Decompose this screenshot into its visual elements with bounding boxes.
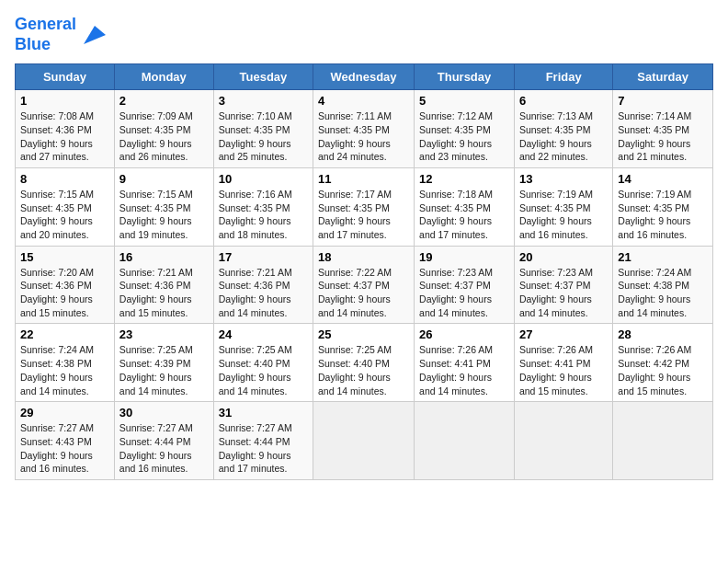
day-info: Sunrise: 7:14 AM Sunset: 4:35 PM Dayligh… bbox=[618, 109, 708, 164]
week-row-2: 15 Sunrise: 7:20 AM Sunset: 4:36 PM Dayl… bbox=[16, 246, 713, 324]
weekday-monday: Monday bbox=[114, 64, 213, 90]
day-info: Sunrise: 7:27 AM Sunset: 4:44 PM Dayligh… bbox=[219, 421, 308, 476]
day-info: Sunrise: 7:19 AM Sunset: 4:35 PM Dayligh… bbox=[618, 188, 708, 242]
day-number: 18 bbox=[318, 250, 409, 264]
day-number: 8 bbox=[20, 172, 109, 186]
logo: GeneralBlue bbox=[15, 15, 106, 54]
calendar-cell: 12 Sunrise: 7:18 AM Sunset: 4:35 PM Dayl… bbox=[415, 167, 515, 246]
calendar-cell: 26 Sunrise: 7:26 AM Sunset: 4:41 PM Dayl… bbox=[415, 324, 515, 402]
day-number: 11 bbox=[318, 172, 409, 186]
calendar-cell: 1 Sunrise: 7:08 AM Sunset: 4:36 PM Dayli… bbox=[16, 90, 115, 168]
day-info: Sunrise: 7:20 AM Sunset: 4:36 PM Dayligh… bbox=[20, 266, 109, 320]
day-number: 9 bbox=[119, 172, 209, 186]
day-number: 5 bbox=[419, 94, 509, 108]
calendar-cell: 20 Sunrise: 7:23 AM Sunset: 4:37 PM Dayl… bbox=[514, 246, 612, 324]
calendar-cell bbox=[415, 402, 515, 480]
day-info: Sunrise: 7:12 AM Sunset: 4:35 PM Dayligh… bbox=[419, 109, 509, 164]
calendar-cell: 24 Sunrise: 7:25 AM Sunset: 4:40 PM Dayl… bbox=[213, 324, 313, 402]
day-info: Sunrise: 7:22 AM Sunset: 4:37 PM Dayligh… bbox=[318, 266, 409, 320]
calendar-cell: 3 Sunrise: 7:10 AM Sunset: 4:35 PM Dayli… bbox=[213, 90, 313, 168]
day-info: Sunrise: 7:24 AM Sunset: 4:38 PM Dayligh… bbox=[618, 266, 708, 320]
day-number: 14 bbox=[618, 172, 708, 186]
week-row-3: 22 Sunrise: 7:24 AM Sunset: 4:38 PM Dayl… bbox=[16, 324, 713, 402]
calendar-cell: 5 Sunrise: 7:12 AM Sunset: 4:35 PM Dayli… bbox=[415, 90, 515, 168]
weekday-sunday: Sunday bbox=[16, 64, 115, 90]
day-info: Sunrise: 7:15 AM Sunset: 4:35 PM Dayligh… bbox=[20, 188, 109, 242]
day-info: Sunrise: 7:15 AM Sunset: 4:35 PM Dayligh… bbox=[119, 188, 209, 242]
day-number: 25 bbox=[318, 327, 409, 341]
calendar-cell: 21 Sunrise: 7:24 AM Sunset: 4:38 PM Dayl… bbox=[613, 246, 713, 324]
calendar-cell: 13 Sunrise: 7:19 AM Sunset: 4:35 PM Dayl… bbox=[514, 167, 612, 246]
calendar-cell: 28 Sunrise: 7:26 AM Sunset: 4:42 PM Dayl… bbox=[613, 324, 713, 402]
calendar-cell: 10 Sunrise: 7:16 AM Sunset: 4:35 PM Dayl… bbox=[213, 167, 313, 246]
day-info: Sunrise: 7:16 AM Sunset: 4:35 PM Dayligh… bbox=[219, 188, 308, 242]
day-info: Sunrise: 7:25 AM Sunset: 4:39 PM Dayligh… bbox=[119, 343, 209, 397]
day-number: 21 bbox=[618, 250, 708, 264]
weekday-wednesday: Wednesday bbox=[313, 64, 415, 90]
weekday-friday: Friday bbox=[514, 64, 612, 90]
day-number: 23 bbox=[119, 327, 209, 341]
calendar-cell: 7 Sunrise: 7:14 AM Sunset: 4:35 PM Dayli… bbox=[613, 90, 713, 168]
logo-text: GeneralBlue bbox=[15, 15, 76, 54]
weekday-header-row: SundayMondayTuesdayWednesdayThursdayFrid… bbox=[16, 64, 713, 90]
calendar-cell: 14 Sunrise: 7:19 AM Sunset: 4:35 PM Dayl… bbox=[613, 167, 713, 246]
calendar-cell bbox=[313, 402, 415, 480]
calendar-cell: 17 Sunrise: 7:21 AM Sunset: 4:36 PM Dayl… bbox=[213, 246, 313, 324]
calendar-cell: 4 Sunrise: 7:11 AM Sunset: 4:35 PM Dayli… bbox=[313, 90, 415, 168]
calendar-cell: 15 Sunrise: 7:20 AM Sunset: 4:36 PM Dayl… bbox=[16, 246, 115, 324]
day-number: 27 bbox=[519, 327, 608, 341]
day-number: 12 bbox=[419, 172, 509, 186]
calendar-cell: 2 Sunrise: 7:09 AM Sunset: 4:35 PM Dayli… bbox=[114, 90, 213, 168]
calendar-cell bbox=[613, 402, 713, 480]
calendar-cell: 8 Sunrise: 7:15 AM Sunset: 4:35 PM Dayli… bbox=[16, 167, 115, 246]
page-header: GeneralBlue bbox=[15, 15, 713, 54]
day-number: 22 bbox=[20, 327, 109, 341]
day-number: 6 bbox=[519, 94, 608, 108]
svg-marker-0 bbox=[84, 26, 106, 44]
day-number: 17 bbox=[219, 250, 308, 264]
day-number: 7 bbox=[618, 94, 708, 108]
day-number: 2 bbox=[119, 94, 209, 108]
calendar-table: SundayMondayTuesdayWednesdayThursdayFrid… bbox=[15, 63, 713, 480]
day-number: 10 bbox=[219, 172, 308, 186]
weekday-saturday: Saturday bbox=[613, 64, 713, 90]
day-info: Sunrise: 7:27 AM Sunset: 4:44 PM Dayligh… bbox=[119, 421, 209, 476]
week-row-4: 29 Sunrise: 7:27 AM Sunset: 4:43 PM Dayl… bbox=[16, 402, 713, 480]
day-info: Sunrise: 7:26 AM Sunset: 4:41 PM Dayligh… bbox=[419, 343, 509, 397]
day-info: Sunrise: 7:25 AM Sunset: 4:40 PM Dayligh… bbox=[318, 343, 409, 397]
calendar-cell: 18 Sunrise: 7:22 AM Sunset: 4:37 PM Dayl… bbox=[313, 246, 415, 324]
calendar-cell: 6 Sunrise: 7:13 AM Sunset: 4:35 PM Dayli… bbox=[514, 90, 612, 168]
day-info: Sunrise: 7:27 AM Sunset: 4:43 PM Dayligh… bbox=[20, 421, 109, 476]
day-number: 16 bbox=[119, 250, 209, 264]
weekday-thursday: Thursday bbox=[415, 64, 515, 90]
calendar-cell: 31 Sunrise: 7:27 AM Sunset: 4:44 PM Dayl… bbox=[213, 402, 313, 480]
calendar-cell bbox=[514, 402, 612, 480]
calendar-cell: 27 Sunrise: 7:26 AM Sunset: 4:41 PM Dayl… bbox=[514, 324, 612, 402]
day-info: Sunrise: 7:26 AM Sunset: 4:41 PM Dayligh… bbox=[519, 343, 608, 397]
week-row-0: 1 Sunrise: 7:08 AM Sunset: 4:36 PM Dayli… bbox=[16, 90, 713, 168]
day-info: Sunrise: 7:23 AM Sunset: 4:37 PM Dayligh… bbox=[519, 266, 608, 320]
calendar-cell: 30 Sunrise: 7:27 AM Sunset: 4:44 PM Dayl… bbox=[114, 402, 213, 480]
calendar-cell: 23 Sunrise: 7:25 AM Sunset: 4:39 PM Dayl… bbox=[114, 324, 213, 402]
day-info: Sunrise: 7:13 AM Sunset: 4:35 PM Dayligh… bbox=[519, 109, 608, 164]
day-number: 15 bbox=[20, 250, 109, 264]
day-number: 19 bbox=[419, 250, 509, 264]
day-number: 13 bbox=[519, 172, 608, 186]
day-number: 3 bbox=[219, 94, 308, 108]
day-number: 24 bbox=[219, 327, 308, 341]
day-number: 28 bbox=[618, 327, 708, 341]
day-number: 31 bbox=[219, 406, 308, 419]
day-number: 29 bbox=[20, 406, 109, 419]
day-info: Sunrise: 7:24 AM Sunset: 4:38 PM Dayligh… bbox=[20, 343, 109, 397]
day-info: Sunrise: 7:19 AM Sunset: 4:35 PM Dayligh… bbox=[519, 188, 608, 242]
day-info: Sunrise: 7:25 AM Sunset: 4:40 PM Dayligh… bbox=[219, 343, 308, 397]
day-info: Sunrise: 7:18 AM Sunset: 4:35 PM Dayligh… bbox=[419, 188, 509, 242]
calendar-cell: 29 Sunrise: 7:27 AM Sunset: 4:43 PM Dayl… bbox=[16, 402, 115, 480]
day-number: 26 bbox=[419, 327, 509, 341]
day-info: Sunrise: 7:17 AM Sunset: 4:35 PM Dayligh… bbox=[318, 188, 409, 242]
day-info: Sunrise: 7:23 AM Sunset: 4:37 PM Dayligh… bbox=[419, 266, 509, 320]
week-row-1: 8 Sunrise: 7:15 AM Sunset: 4:35 PM Dayli… bbox=[16, 167, 713, 246]
calendar-body: 1 Sunrise: 7:08 AM Sunset: 4:36 PM Dayli… bbox=[16, 90, 713, 480]
calendar-cell: 11 Sunrise: 7:17 AM Sunset: 4:35 PM Dayl… bbox=[313, 167, 415, 246]
day-info: Sunrise: 7:10 AM Sunset: 4:35 PM Dayligh… bbox=[219, 109, 308, 164]
